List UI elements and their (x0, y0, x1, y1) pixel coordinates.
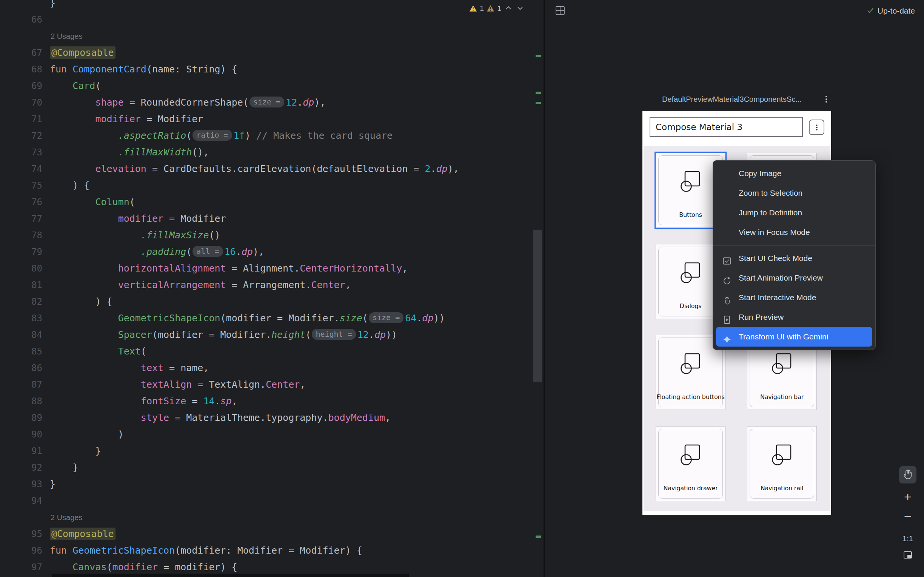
code-editor[interactable]: }662 Usages67@Composable68fun ComponentC… (0, 0, 544, 577)
line-number[interactable]: 66 (0, 11, 42, 28)
code-line[interactable]: 80 horizontalAlignment = Alignment.Cente… (0, 260, 544, 277)
line-number[interactable]: 89 (0, 409, 42, 426)
code-line[interactable]: 88 fontSize = 14.sp, (0, 393, 544, 409)
menu-item-zoom-to-selection[interactable]: Zoom to Selection (713, 183, 875, 203)
code-line[interactable]: 91 } (0, 443, 544, 459)
next-problem-chevron-down-icon[interactable] (515, 4, 525, 13)
usages-hint[interactable]: 2 Usages (50, 28, 82, 45)
menu-item-jump-to-definition[interactable]: Jump to Definition (713, 203, 875, 222)
inspections-widget[interactable]: 1 1 (469, 3, 525, 14)
code-line[interactable]: 95@Composable (0, 526, 544, 542)
code-line[interactable]: 85 Text( (0, 343, 544, 360)
code-line[interactable]: 68fun ComponentCard(name: String) { (0, 61, 544, 78)
inlay-usages-row[interactable]: 2 Usages (0, 509, 544, 526)
code-line[interactable]: 72 .aspectRatio(ratio =1f) // Makes the … (0, 127, 544, 144)
line-number[interactable]: 86 (0, 360, 42, 376)
code-text: fontSize = 14.sp, (50, 393, 237, 409)
line-number[interactable]: 88 (0, 393, 42, 409)
param-name-hint: size = (249, 97, 284, 108)
line-number[interactable]: 94 (0, 493, 42, 509)
code-line[interactable]: 93} (0, 476, 544, 493)
line-number[interactable]: 77 (0, 210, 42, 227)
line-number[interactable]: 85 (0, 343, 42, 360)
line-number[interactable]: 81 (0, 277, 42, 293)
menu-item-copy-image[interactable]: Copy Image (713, 164, 875, 183)
usages-hint[interactable]: 2 Usages (50, 509, 82, 526)
menu-item-run-preview[interactable]: Run Preview (713, 307, 875, 327)
code-line[interactable]: 84 Spacer(modifier = Modifier.height(hei… (0, 327, 544, 343)
zoom-in-button[interactable]: + (899, 490, 916, 503)
code-line[interactable]: 77 modifier = Modifier (0, 210, 544, 227)
sync-status[interactable]: Up-to-date (866, 6, 915, 16)
code-line[interactable]: 75 ) { (0, 177, 544, 194)
line-number[interactable]: 79 (0, 243, 42, 260)
menu-item-start-ui-check-mode[interactable]: Start UI Check Mode (713, 248, 875, 268)
code-line[interactable]: 82 ) { (0, 293, 544, 310)
code-line[interactable]: } (0, 0, 544, 11)
editor-horizontal-scrollbar[interactable] (52, 574, 409, 577)
code-line[interactable]: 83 GeometricShapeIcon(modifier = Modifie… (0, 310, 544, 327)
code-line[interactable]: 67@Composable (0, 45, 544, 61)
code-line[interactable]: 74 elevation = CardDefaults.cardElevatio… (0, 161, 544, 177)
line-number[interactable]: 91 (0, 443, 42, 459)
code-line[interactable]: 89 style = MaterialTheme.typography.body… (0, 409, 544, 426)
line-number[interactable]: 73 (0, 144, 42, 161)
code-line[interactable]: 94 (0, 493, 544, 509)
code-line[interactable]: 70 shape = RoundedCornerShape(size =12.d… (0, 94, 544, 111)
code-line[interactable]: 81 verticalArrangement = Arrangement.Cen… (0, 277, 544, 293)
code-line[interactable]: 87 textAlign = TextAlign.Center, (0, 376, 544, 393)
line-number[interactable]: 67 (0, 45, 42, 61)
code-line[interactable]: 86 text = name, (0, 360, 544, 376)
geometric-shape-icon (770, 443, 794, 467)
line-number[interactable]: 83 (0, 310, 42, 327)
line-number[interactable]: 74 (0, 161, 42, 177)
line-number[interactable]: 69 (0, 78, 42, 94)
zoom-out-button[interactable]: − (899, 510, 916, 523)
line-number[interactable]: 96 (0, 542, 42, 559)
code-line[interactable]: 71 modifier = Modifier (0, 111, 544, 127)
line-number[interactable]: 92 (0, 459, 42, 476)
line-number[interactable]: 72 (0, 127, 42, 144)
pan-hand-button[interactable] (899, 466, 916, 484)
app-title-textfield: Compose Material 3 (649, 117, 803, 137)
zoom-scale-button[interactable]: 1:1 (899, 534, 916, 543)
zoom-to-fit-icon[interactable] (903, 550, 913, 561)
vcs-change-mark (536, 92, 541, 94)
code-line[interactable]: 90 ) (0, 426, 544, 443)
code-line[interactable]: 69 Card( (0, 78, 544, 94)
line-number[interactable]: 78 (0, 227, 42, 243)
code-line[interactable]: 92 } (0, 459, 544, 476)
prev-problem-chevron-up-icon[interactable] (504, 4, 513, 13)
code-line[interactable]: 97 Canvas(modifier = modifier) { (0, 559, 544, 575)
line-number[interactable]: 68 (0, 61, 42, 78)
code-line[interactable]: 96fun GeometricShapeIcon(modifier: Modif… (0, 542, 544, 559)
preview-card-navigation-rail[interactable]: Navigation rail (747, 426, 817, 501)
line-number[interactable]: 87 (0, 376, 42, 393)
line-number[interactable]: 82 (0, 293, 42, 310)
menu-item-transform-ui-with-gemini[interactable]: Transform UI with Gemini (716, 327, 872, 347)
line-number[interactable]: 93 (0, 476, 42, 493)
line-number[interactable]: 97 (0, 559, 42, 575)
preview-card-navigation-drawer[interactable]: Navigation drawer (656, 426, 725, 501)
menu-item-start-interactive-mode[interactable]: Start Interactive Mode (713, 288, 875, 307)
code-line[interactable]: 76 Column( (0, 194, 544, 210)
line-number[interactable]: 71 (0, 111, 42, 127)
grid-layout-icon[interactable] (554, 5, 566, 16)
line-number[interactable]: 90 (0, 426, 42, 443)
editor-scrollbar-thumb[interactable] (533, 230, 542, 382)
line-number[interactable]: 80 (0, 260, 42, 277)
line-number[interactable]: 95 (0, 526, 42, 542)
menu-item-start-animation-preview[interactable]: Start Animation Preview (713, 268, 875, 288)
line-number[interactable]: 70 (0, 94, 42, 111)
code-text: fun ComponentCard(name: String) { (50, 61, 237, 78)
kebab-menu-icon[interactable] (821, 94, 831, 104)
code-line[interactable]: 78 .fillMaxSize() (0, 227, 544, 243)
line-number[interactable]: 75 (0, 177, 42, 194)
menu-item-view-in-focus-mode[interactable]: View in Focus Mode (713, 222, 875, 242)
line-number[interactable]: 76 (0, 194, 42, 210)
code-line[interactable]: 73 .fillMaxWidth(), (0, 144, 544, 161)
code-line[interactable]: 66 (0, 11, 544, 28)
line-number[interactable]: 84 (0, 327, 42, 343)
inlay-usages-row[interactable]: 2 Usages (0, 28, 544, 45)
code-line[interactable]: 79 .padding(all =16.dp), (0, 243, 544, 260)
